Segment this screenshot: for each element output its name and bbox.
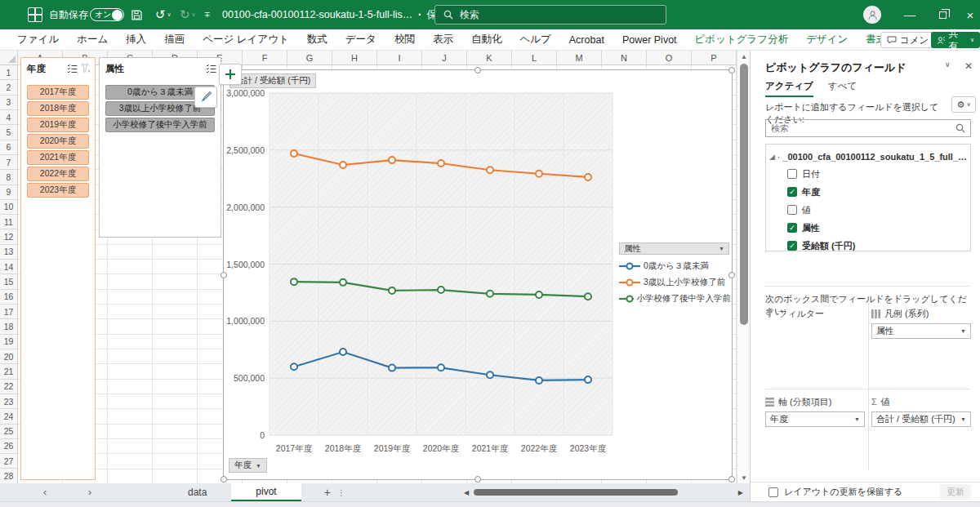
ribbon-tab-11[interactable]: Acrobat bbox=[560, 34, 613, 46]
column-header-N[interactable]: N bbox=[602, 51, 647, 65]
legend-entry[interactable]: 0歳から３歳未満 bbox=[619, 258, 731, 274]
scroll-up-icon[interactable]: ▲ bbox=[737, 51, 751, 62]
row-header-11[interactable]: 11 bbox=[0, 215, 18, 229]
add-sheet-button[interactable]: + bbox=[324, 486, 331, 499]
selection-handle[interactable] bbox=[728, 272, 735, 278]
vertical-scrollbar-thumb[interactable] bbox=[740, 64, 748, 325]
row-header-15[interactable]: 15 bbox=[0, 274, 18, 289]
column-header-L[interactable]: L bbox=[512, 51, 557, 65]
slicer-item[interactable]: 2023年度 bbox=[27, 183, 89, 198]
legend-entry[interactable]: 小学校修了後中学入学前 bbox=[619, 291, 731, 307]
field-row[interactable]: ✓受給額 (千円) bbox=[769, 237, 967, 251]
ribbon-tab-9[interactable]: 自動化 bbox=[462, 33, 511, 47]
ribbon-tab-0[interactable]: ファイル bbox=[8, 33, 68, 47]
multi-select-icon[interactable] bbox=[67, 64, 78, 73]
field-checkbox[interactable]: ✓ bbox=[787, 241, 797, 251]
minimize-button[interactable]: — bbox=[893, 0, 926, 29]
column-header-H[interactable]: H bbox=[332, 51, 377, 65]
field-row[interactable]: 日付 bbox=[769, 165, 967, 183]
field-checkbox[interactable] bbox=[787, 169, 797, 179]
row-header-28[interactable]: 28 bbox=[0, 469, 18, 483]
column-header-M[interactable]: M bbox=[557, 51, 602, 65]
row-header-18[interactable]: 18 bbox=[0, 319, 18, 334]
column-header-P[interactable]: P bbox=[692, 51, 737, 65]
defer-layout-checkbox[interactable] bbox=[768, 487, 778, 497]
row-header-14[interactable]: 14 bbox=[0, 260, 18, 274]
row-header-10[interactable]: 10 bbox=[0, 200, 18, 215]
tools-gear-button[interactable]: ⚙∨ bbox=[951, 96, 976, 113]
row-header-26[interactable]: 26 bbox=[0, 439, 18, 454]
value-field-button[interactable]: 合計 / 受給額 (千円) bbox=[229, 73, 316, 88]
search-input[interactable]: 検索 bbox=[434, 5, 666, 24]
field-checkbox[interactable]: ✓ bbox=[787, 223, 797, 233]
slicer-item[interactable]: 小学校修了後中学入学前 bbox=[105, 118, 215, 132]
sheet-tab-data[interactable]: data bbox=[163, 483, 231, 501]
row-header-17[interactable]: 17 bbox=[0, 305, 18, 319]
column-header-I[interactable]: I bbox=[377, 51, 422, 65]
selection-handle[interactable] bbox=[474, 67, 481, 73]
column-header-J[interactable]: J bbox=[422, 51, 467, 65]
column-header-F[interactable]: F bbox=[243, 51, 287, 65]
panel-close-icon[interactable]: ✕ bbox=[964, 60, 973, 72]
row-header-21[interactable]: 21 bbox=[0, 364, 18, 379]
row-header-12[interactable]: 12 bbox=[0, 229, 18, 244]
row-header-5[interactable]: 5 bbox=[0, 125, 18, 140]
row-header-22[interactable]: 22 bbox=[0, 380, 18, 394]
select-all-corner[interactable] bbox=[0, 51, 18, 65]
selection-handle[interactable] bbox=[220, 272, 227, 278]
selection-handle[interactable] bbox=[220, 476, 227, 483]
tabbar-resize-handle[interactable]: ⋮ bbox=[337, 488, 346, 497]
column-header-K[interactable]: K bbox=[467, 51, 512, 65]
slicer-item[interactable]: 2017年度 bbox=[27, 85, 89, 100]
field-row[interactable]: 値 bbox=[769, 201, 967, 219]
axis-field-button[interactable]: 年度▼ bbox=[229, 458, 267, 473]
zone-field-item[interactable]: 属性▼ bbox=[871, 323, 971, 339]
row-header-6[interactable]: 6 bbox=[0, 140, 18, 155]
share-button[interactable]: 共有 ∨ bbox=[931, 32, 980, 48]
ribbon-tab-1[interactable]: ホーム bbox=[68, 33, 117, 47]
field-checkbox[interactable]: ✓ bbox=[787, 187, 797, 197]
zone-values[interactable]: Σ値 合計 / 受給額 (千円)▼ bbox=[871, 395, 971, 429]
update-button[interactable]: 更新 bbox=[940, 484, 971, 500]
ribbon-tab-8[interactable]: 表示 bbox=[424, 33, 462, 47]
row-header-19[interactable]: 19 bbox=[0, 335, 18, 349]
panel-collapse-icon[interactable]: ∨ bbox=[945, 60, 951, 69]
scroll-left-icon[interactable]: ◀ bbox=[464, 489, 469, 496]
chart-elements-button[interactable] bbox=[219, 64, 242, 85]
row-header-13[interactable]: 13 bbox=[0, 245, 18, 260]
vertical-scrollbar[interactable]: ▲ ▼ bbox=[737, 51, 750, 483]
slicer-item[interactable]: 2019年度 bbox=[27, 118, 89, 132]
next-sheet-icon[interactable]: › bbox=[78, 487, 102, 498]
ribbon-tab-13[interactable]: ピボットグラフ分析 bbox=[686, 33, 798, 47]
close-button[interactable]: × bbox=[954, 0, 980, 29]
save-icon[interactable] bbox=[131, 0, 143, 29]
field-row[interactable]: ✓年度 bbox=[769, 183, 967, 201]
autosave-toggle[interactable]: オン bbox=[90, 0, 124, 29]
slicer-item[interactable]: 2020年度 bbox=[27, 134, 89, 149]
multi-select-icon[interactable] bbox=[206, 64, 216, 73]
panel-tab-0[interactable]: アクティブ bbox=[765, 80, 813, 97]
scroll-right-icon[interactable]: ▶ bbox=[738, 489, 743, 496]
row-header-1[interactable]: 1 bbox=[0, 65, 18, 80]
ribbon-tab-6[interactable]: データ bbox=[336, 33, 385, 47]
row-header-9[interactable]: 9 bbox=[0, 185, 18, 200]
row-header-4[interactable]: 4 bbox=[0, 110, 18, 125]
undo-button[interactable]: ↺∨ bbox=[155, 0, 172, 29]
horizontal-scrollbar[interactable]: ◀ ▶ bbox=[464, 483, 750, 501]
excel-app-icon[interactable] bbox=[28, 0, 42, 29]
prev-sheet-icon[interactable]: ‹ bbox=[33, 487, 57, 498]
fields-search-input[interactable]: 検索 bbox=[765, 119, 971, 137]
row-header-2[interactable]: 2 bbox=[0, 80, 18, 95]
ribbon-tab-3[interactable]: 描画 bbox=[155, 33, 194, 47]
slicer-item[interactable]: 2021年度 bbox=[27, 150, 89, 165]
ribbon-tab-7[interactable]: 校閲 bbox=[385, 33, 424, 47]
zone-filters[interactable]: フィルター bbox=[765, 307, 865, 323]
zone-legend[interactable]: 凡例 (系列) 属性▼ bbox=[871, 307, 971, 341]
field-checkbox[interactable] bbox=[787, 205, 797, 215]
ribbon-tab-2[interactable]: 挿入 bbox=[117, 33, 155, 47]
quick-access-more-icon[interactable]: ∓ bbox=[204, 0, 211, 29]
slicer-item[interactable]: 2018年度 bbox=[27, 101, 89, 116]
row-header-27[interactable]: 27 bbox=[0, 454, 18, 469]
row-header-20[interactable]: 20 bbox=[0, 349, 18, 364]
zone-axis[interactable]: 軸 (分類項目) 年度▼ bbox=[765, 395, 865, 429]
